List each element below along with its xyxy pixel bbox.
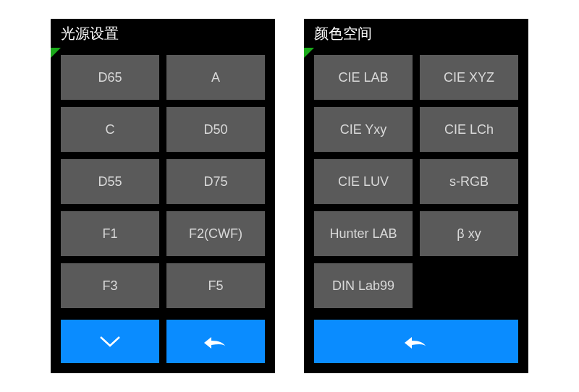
option-a[interactable]: A (166, 55, 265, 100)
option-din-lab99[interactable]: DIN Lab99 (314, 263, 413, 308)
title-text: 光源设置 (61, 24, 119, 43)
option-cie-yxy[interactable]: CIE Yxy (314, 107, 413, 152)
back-button[interactable] (314, 320, 518, 363)
option-cie-xyz[interactable]: CIE XYZ (420, 55, 518, 100)
option-f5[interactable]: F5 (166, 263, 265, 308)
option-cie-lab[interactable]: CIE LAB (314, 55, 413, 100)
option-srgb[interactable]: s-RGB (420, 159, 518, 204)
color-space-settings-screen: 颜色空间 CIE LAB CIE XYZ CIE Yxy CIE LCh CIE… (304, 19, 528, 373)
option-cie-lch[interactable]: CIE LCh (420, 107, 518, 152)
back-arrow-icon (402, 333, 431, 350)
option-d75[interactable]: D75 (166, 159, 265, 204)
option-f1[interactable]: F1 (61, 211, 159, 256)
option-f3[interactable]: F3 (61, 263, 159, 308)
footer-bar (304, 320, 528, 373)
option-d55[interactable]: D55 (61, 159, 159, 204)
scroll-down-button[interactable] (61, 320, 159, 363)
active-indicator (51, 48, 61, 58)
option-hunter-lab[interactable]: Hunter LAB (314, 211, 413, 256)
active-indicator (304, 48, 314, 58)
option-d50[interactable]: D50 (166, 107, 265, 152)
chevron-down-icon (98, 334, 122, 349)
back-button[interactable] (166, 320, 265, 363)
screen-title: 光源设置 (51, 19, 275, 48)
option-grid: D65 A C D50 D55 D75 F1 F2(CWF) F3 F5 (51, 48, 275, 320)
screen-title: 颜色空间 (304, 19, 528, 48)
option-cie-luv[interactable]: CIE LUV (314, 159, 413, 204)
light-source-settings-screen: 光源设置 D65 A C D50 D55 D75 F1 F2(CWF) F3 F… (51, 19, 275, 373)
back-arrow-icon (201, 333, 230, 350)
option-f2cwf[interactable]: F2(CWF) (166, 211, 265, 256)
option-grid: CIE LAB CIE XYZ CIE Yxy CIE LCh CIE LUV … (304, 48, 528, 320)
footer-bar (51, 320, 275, 373)
option-d65[interactable]: D65 (61, 55, 159, 100)
option-beta-xy[interactable]: β xy (420, 211, 518, 256)
option-c[interactable]: C (61, 107, 159, 152)
title-text: 颜色空间 (314, 24, 372, 43)
